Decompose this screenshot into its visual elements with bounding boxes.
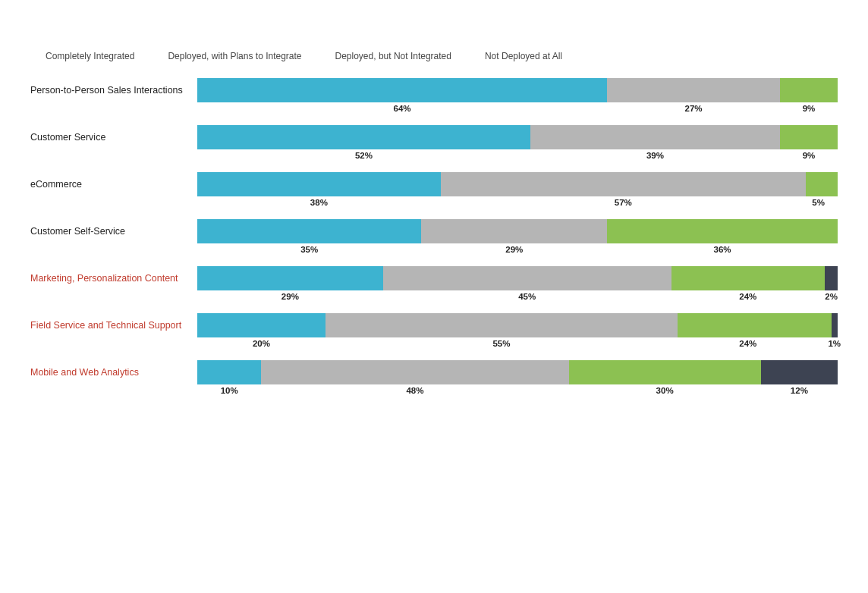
pct-label-field-service-3: 1% — [828, 339, 841, 348]
pct-label-person-sales-1: 27% — [685, 104, 703, 113]
pct-labels-person-sales: 64%27%9% — [197, 104, 838, 116]
bar-row-customer-self-service — [197, 219, 838, 243]
row-label-customer-service: Customer Service — [30, 132, 197, 143]
bar-segment-ecommerce-2 — [806, 172, 838, 196]
row-label-marketing-personalization: Marketing, Personalization Content — [30, 273, 197, 284]
pct-label-customer-service-2: 9% — [803, 151, 816, 160]
pct-label-person-sales-0: 64% — [394, 104, 411, 113]
legend-swatch-deployed-plans — [153, 51, 163, 61]
pct-label-marketing-personalization-3: 2% — [825, 292, 838, 301]
row-label-mobile-web-analytics: Mobile and Web Analytics — [30, 367, 197, 378]
bar-segment-field-service-0 — [197, 313, 326, 337]
pct-label-ecommerce-1: 57% — [615, 198, 632, 207]
pct-labels-customer-self-service: 35%29%36% — [197, 245, 838, 257]
bar-segment-marketing-personalization-3 — [825, 266, 838, 290]
legend-item-deployed-plans: Deployed, with Plans to Integrate — [153, 51, 301, 61]
bar-segment-customer-self-service-2 — [607, 219, 838, 243]
legend-swatch-deployed-not — [320, 51, 331, 61]
legend-item-completely: Completely Integrated — [30, 51, 134, 61]
pct-label-field-service-0: 20% — [253, 339, 270, 348]
legend: Completely Integrated Deployed, with Pla… — [30, 51, 838, 61]
row-label-ecommerce: eCommerce — [30, 179, 197, 190]
bar-segment-marketing-personalization-0 — [197, 266, 383, 290]
legend-label-not-deployed: Not Deployed at All — [485, 51, 562, 61]
bar-segment-customer-self-service-1 — [421, 219, 607, 243]
pct-label-ecommerce-2: 5% — [812, 198, 825, 207]
row-group-marketing-personalization: Marketing, Personalization Content29%45%… — [30, 266, 838, 307]
bar-row-ecommerce — [197, 172, 838, 196]
pct-label-customer-self-service-1: 29% — [505, 245, 523, 254]
bar-segment-field-service-3 — [832, 313, 838, 337]
bar-segment-mobile-web-analytics-0 — [197, 360, 261, 384]
legend-swatch-not-deployed — [470, 51, 480, 61]
bar-segment-person-sales-2 — [780, 78, 838, 102]
bar-segment-mobile-web-analytics-1 — [261, 360, 568, 384]
pct-label-customer-service-1: 39% — [646, 151, 664, 160]
legend-item-deployed-not: Deployed, but Not Integrated — [320, 51, 451, 61]
bar-segment-ecommerce-1 — [441, 172, 806, 196]
legend-swatch-completely — [30, 51, 41, 61]
row-group-customer-self-service: Customer Self-Service35%29%36% — [30, 219, 838, 260]
row-group-ecommerce: eCommerce38%57%5% — [30, 172, 838, 213]
bar-row-person-sales — [197, 78, 838, 102]
row-label-field-service: Field Service and Technical Support — [30, 320, 197, 331]
bar-segment-mobile-web-analytics-3 — [761, 360, 838, 384]
legend-label-deployed-plans: Deployed, with Plans to Integrate — [168, 51, 301, 61]
bar-segment-marketing-personalization-2 — [671, 266, 826, 290]
row-group-mobile-web-analytics: Mobile and Web Analytics10%48%30%12% — [30, 360, 838, 401]
pct-labels-mobile-web-analytics: 10%48%30%12% — [197, 386, 838, 398]
row-group-person-sales: Person-to-Person Sales Interactions64%27… — [30, 78, 838, 119]
bar-segment-customer-self-service-0 — [197, 219, 421, 243]
pct-label-person-sales-2: 9% — [803, 104, 816, 113]
pct-labels-ecommerce: 38%57%5% — [197, 198, 838, 210]
bar-segment-field-service-1 — [326, 313, 678, 337]
pct-label-mobile-web-analytics-1: 48% — [406, 386, 423, 395]
pct-label-ecommerce-0: 38% — [310, 198, 328, 207]
bar-row-marketing-personalization — [197, 266, 838, 290]
legend-label-deployed-not: Deployed, but Not Integrated — [335, 51, 451, 61]
pct-label-mobile-web-analytics-3: 12% — [791, 386, 808, 395]
row-group-field-service: Field Service and Technical Support20%55… — [30, 313, 838, 354]
bar-segment-customer-service-0 — [197, 125, 530, 149]
chart-area: Person-to-Person Sales Interactions64%27… — [30, 78, 838, 407]
pct-label-marketing-personalization-2: 24% — [739, 292, 756, 301]
bar-segment-person-sales-0 — [197, 78, 607, 102]
pct-labels-customer-service: 52%39%9% — [197, 151, 838, 163]
bar-segment-person-sales-1 — [607, 78, 780, 102]
row-label-customer-self-service: Customer Self-Service — [30, 226, 197, 237]
chart-title — [30, 23, 683, 37]
bar-segment-customer-service-2 — [780, 125, 838, 149]
row-group-customer-service: Customer Service52%39%9% — [30, 125, 838, 166]
pct-label-customer-self-service-2: 36% — [714, 245, 731, 254]
pct-label-mobile-web-analytics-0: 10% — [221, 386, 238, 395]
bar-row-customer-service — [197, 125, 838, 149]
pct-label-marketing-personalization-0: 29% — [281, 292, 299, 301]
pct-labels-field-service: 20%55%24%1% — [197, 339, 838, 351]
bar-segment-marketing-personalization-1 — [383, 266, 671, 290]
pct-label-customer-self-service-0: 35% — [300, 245, 318, 254]
bar-row-field-service — [197, 313, 838, 337]
pct-label-mobile-web-analytics-2: 30% — [656, 386, 674, 395]
pct-label-marketing-personalization-1: 45% — [518, 292, 536, 301]
pct-labels-marketing-personalization: 29%45%24%2% — [197, 292, 838, 304]
pct-label-field-service-1: 55% — [492, 339, 510, 348]
bar-row-mobile-web-analytics — [197, 360, 838, 384]
bar-segment-mobile-web-analytics-2 — [569, 360, 761, 384]
bar-segment-ecommerce-0 — [197, 172, 441, 196]
legend-label-completely: Completely Integrated — [46, 51, 134, 61]
bar-segment-field-service-2 — [678, 313, 832, 337]
legend-item-not-deployed: Not Deployed at All — [470, 51, 562, 61]
pct-label-field-service-2: 24% — [739, 339, 756, 348]
pct-label-customer-service-0: 52% — [355, 151, 373, 160]
bar-segment-customer-service-1 — [530, 125, 780, 149]
row-label-person-sales: Person-to-Person Sales Interactions — [30, 85, 197, 96]
